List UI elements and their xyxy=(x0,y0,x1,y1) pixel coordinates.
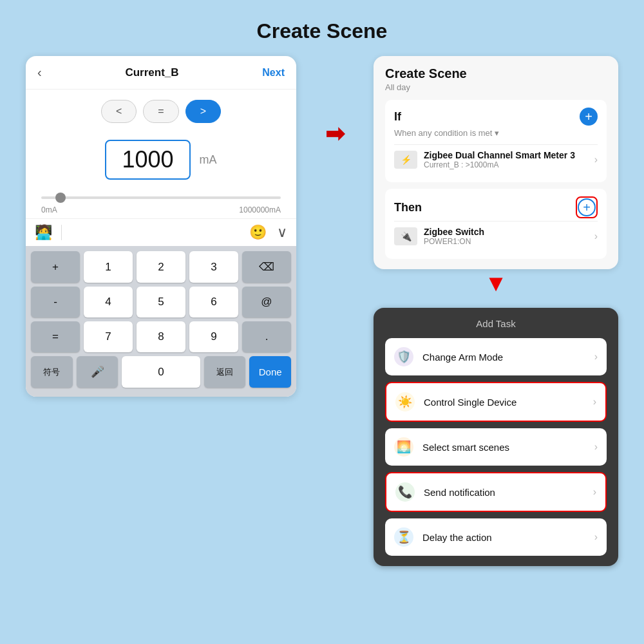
scene-card: Create Scene All day If + When any condi… xyxy=(374,56,618,269)
less-than-button[interactable]: < xyxy=(101,100,137,123)
task-item-control-single-device[interactable]: ☀️ Control Single Device › xyxy=(385,382,607,422)
then-action-item[interactable]: 🔌 Zigbee Switch POWER1:ON › xyxy=(394,221,598,251)
key-3[interactable]: 3 xyxy=(189,251,238,283)
left-panel: ‹ Current_B Next < = > 1000 mA 0mA 10000… xyxy=(26,56,296,397)
then-action-value: POWER1:ON xyxy=(424,237,588,246)
keyboard-row-2: - 4 5 6 @ xyxy=(31,287,291,317)
key-symbols[interactable]: 符号 xyxy=(31,356,73,388)
key-return[interactable]: 返回 xyxy=(204,356,246,388)
select-smart-scenes-chevron: › xyxy=(594,441,598,453)
key-plus[interactable]: + xyxy=(31,251,80,283)
select-smart-scenes-label: Select smart scenes xyxy=(422,442,585,453)
slider-track[interactable] xyxy=(41,196,281,199)
toolbar-divider xyxy=(61,225,62,240)
comparison-row: < = > xyxy=(26,90,296,128)
right-arrow-container: ➡ xyxy=(316,56,354,147)
equals-button[interactable]: = xyxy=(143,100,178,123)
key-5[interactable]: 5 xyxy=(137,287,185,317)
then-add-circle: + xyxy=(578,198,596,216)
condition-item[interactable]: ⚡ Zigbee Dual Channel Smart Meter 3 Curr… xyxy=(394,144,598,175)
then-action-name: Zigbee Switch xyxy=(424,227,588,237)
then-add-button[interactable]: + xyxy=(576,196,598,218)
change-arm-mode-label: Change Arm Mode xyxy=(422,352,585,363)
key-done[interactable]: Done xyxy=(249,356,291,388)
send-notification-label: Send notification xyxy=(424,487,584,498)
emoji-icon[interactable]: 🙂 xyxy=(249,224,267,241)
back-button[interactable]: ‹ xyxy=(37,65,42,80)
down-arrow-icon: ▼ xyxy=(484,272,507,295)
send-notification-chevron: › xyxy=(593,486,596,498)
toolbar-row: 🧑‍💻 🙂 ∨ xyxy=(26,218,296,246)
control-single-device-chevron: › xyxy=(593,396,596,408)
chevron-down-icon[interactable]: ∨ xyxy=(277,224,287,241)
if-section: If + When any condition is met ▾ ⚡ Zigbe… xyxy=(385,100,607,182)
slider-labels: 0mA 1000000mA xyxy=(41,204,281,216)
key-microphone[interactable]: 🎤 xyxy=(77,356,118,388)
keyboard-row-3: = 7 8 9 . xyxy=(31,321,291,352)
slider-area: 0mA 1000000mA xyxy=(26,185,296,218)
add-task-title: Add Task xyxy=(385,318,607,329)
keyboard: + 1 2 3 ⌫ - 4 5 6 @ = 7 8 9 . 符号 xyxy=(26,246,296,397)
key-0[interactable]: 0 xyxy=(122,356,200,388)
task-item-select-smart-scenes[interactable]: 🌅 Select smart scenes › xyxy=(385,428,607,466)
next-button[interactable]: Next xyxy=(262,67,285,79)
then-device-icon: 🔌 xyxy=(394,227,417,245)
current-value-box: 1000 xyxy=(105,140,190,180)
down-arrow-container: ▼ xyxy=(374,272,618,295)
condition-value: Current_B : >1000mA xyxy=(424,160,588,169)
slider-thumb[interactable] xyxy=(55,193,66,203)
right-panel: Create Scene All day If + When any condi… xyxy=(374,56,618,566)
then-chevron: › xyxy=(594,231,598,242)
then-action-text: Zigbee Switch POWER1:ON xyxy=(424,227,588,246)
scene-card-title: Create Scene xyxy=(385,66,607,81)
keyboard-row-4: 符号 🎤 0 返回 Done xyxy=(31,356,291,388)
then-section: Then + 🔌 Zigbee Switch POWER1:ON › xyxy=(385,189,607,259)
key-minus[interactable]: - xyxy=(31,287,80,317)
if-add-button[interactable]: + xyxy=(580,108,598,126)
then-label: Then xyxy=(394,201,422,214)
task-item-change-arm-mode[interactable]: 🛡️ Change Arm Mode › xyxy=(385,338,607,375)
change-arm-mode-icon: 🛡️ xyxy=(394,347,413,366)
control-single-device-label: Control Single Device xyxy=(424,397,584,408)
delay-action-chevron: › xyxy=(594,531,598,543)
greater-than-button[interactable]: > xyxy=(185,100,221,123)
key-equals[interactable]: = xyxy=(31,321,80,352)
unit-label: mA xyxy=(200,153,217,167)
key-6[interactable]: 6 xyxy=(189,287,238,317)
key-at[interactable]: @ xyxy=(242,287,291,317)
delay-action-icon: ⏳ xyxy=(394,527,413,547)
task-item-delay-action[interactable]: ⏳ Delay the action › xyxy=(385,518,607,556)
value-display: 1000 mA xyxy=(26,128,296,185)
if-subtitle: When any condition is met ▾ xyxy=(394,128,598,138)
key-1[interactable]: 1 xyxy=(84,251,133,283)
page-title: Create Scene xyxy=(0,0,644,56)
key-dot[interactable]: . xyxy=(242,321,291,352)
key-4[interactable]: 4 xyxy=(84,287,133,317)
send-notification-icon: 📞 xyxy=(395,482,415,502)
slider-min: 0mA xyxy=(41,205,57,214)
condition-text: Zigbee Dual Channel Smart Meter 3 Curren… xyxy=(424,150,588,169)
key-backspace[interactable]: ⌫ xyxy=(242,251,291,283)
phone-header: ‹ Current_B Next xyxy=(26,56,296,90)
key-2[interactable]: 2 xyxy=(137,251,185,283)
key-9[interactable]: 9 xyxy=(189,321,238,352)
delay-action-label: Delay the action xyxy=(422,532,585,543)
keyboard-row-1: + 1 2 3 ⌫ xyxy=(31,251,291,283)
keyboard-person-icon[interactable]: 🧑‍💻 xyxy=(35,224,52,241)
toolbar-right: 🙂 ∨ xyxy=(249,224,287,241)
if-label: If xyxy=(394,110,401,124)
right-arrow-icon: ➡ xyxy=(325,120,345,147)
then-section-header: Then + xyxy=(394,196,598,218)
device-icon: ⚡ xyxy=(394,151,417,169)
add-task-panel: Add Task 🛡️ Change Arm Mode › ☀️ Control… xyxy=(374,308,618,566)
condition-chevron: › xyxy=(594,154,598,166)
if-section-header: If + xyxy=(394,108,598,126)
key-8[interactable]: 8 xyxy=(137,321,185,352)
key-7[interactable]: 7 xyxy=(84,321,133,352)
screen-title: Current_B xyxy=(125,66,178,79)
slider-max: 1000000mA xyxy=(239,205,281,214)
task-item-send-notification[interactable]: 📞 Send notification › xyxy=(385,472,607,512)
control-single-device-icon: ☀️ xyxy=(395,392,415,412)
change-arm-mode-chevron: › xyxy=(594,351,598,363)
all-day-label: All day xyxy=(385,82,607,92)
